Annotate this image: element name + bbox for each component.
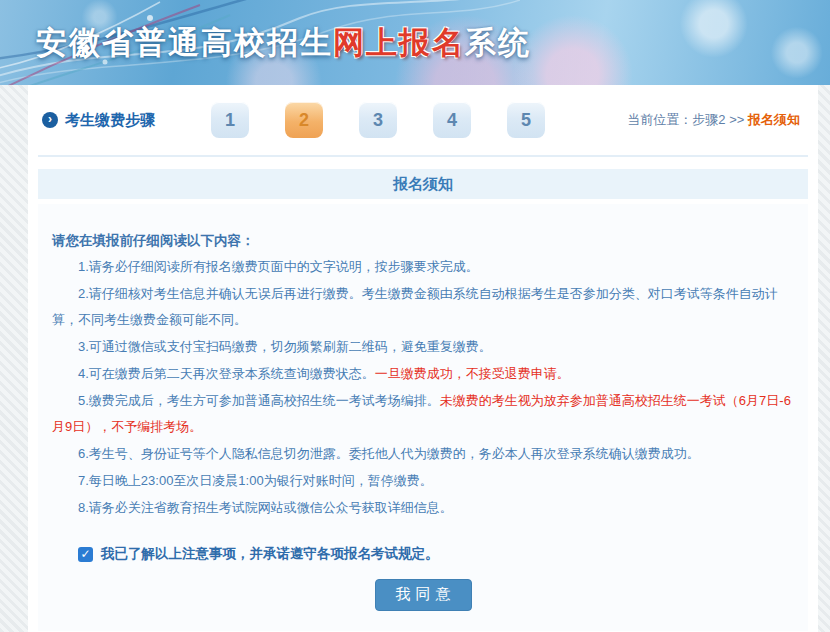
content-card: › 考生缴费步骤 12345 当前位置：步骤2 >> 报名须知 报名须知 请您在… — [28, 85, 818, 632]
notice-item: 2.请仔细核对考生信息并确认无误后再进行缴费。考生缴费金额由系统自动根据考生是否… — [52, 281, 794, 333]
steps-header: › 考生缴费步骤 — [42, 111, 155, 130]
app-title-highlight: 网上报名 — [333, 25, 465, 60]
notice-item-text: 3.可通过微信或支付宝扫码缴费，切勿频繁刷新二维码，避免重复缴费。 — [78, 339, 492, 354]
notice-item-text: 2.请仔细核对考生信息并确认无误后再进行缴费。考生缴费金额由系统自动根据考生是否… — [52, 286, 778, 327]
notice-panel: 请您在填报前仔细阅读以下内容： 1.请务必仔细阅读所有报名缴费页面中的文字说明，… — [38, 204, 808, 631]
notice-item: 4.可在缴费后第二天再次登录本系统查询缴费状态。一旦缴费成功，不接受退费申请。 — [52, 361, 794, 387]
notice-item: 7.每日晚上23:00至次日凌晨1:00为银行对账时间，暂停缴费。 — [52, 468, 794, 494]
notice-title-bar: 报名须知 — [38, 169, 808, 199]
agree-label: 我已了解以上注意事项，并承诺遵守各项报名考试规定。 — [101, 545, 439, 563]
agree-row: ✓ 我已了解以上注意事项，并承诺遵守各项报名考试规定。 — [78, 545, 794, 563]
notice-item-text: 8.请务必关注省教育招生考试院网站或微信公众号获取详细信息。 — [78, 500, 453, 515]
header-banner: 安徽省普通高校招生网上报名系统 — [0, 0, 830, 85]
notice-item: 6.考生号、身份证号等个人隐私信息切勿泄露。委托他人代为缴费的，务必本人再次登录… — [52, 441, 794, 467]
notice-item: 8.请务必关注省教育招生考试院网站或微信公众号获取详细信息。 — [52, 495, 794, 521]
step-badge: 5 — [507, 102, 545, 138]
breadcrumb-prefix: 当前位置：步骤2 >> — [627, 112, 744, 127]
breadcrumb: 当前位置：步骤2 >> 报名须知 — [627, 111, 800, 129]
steps-divider — [38, 155, 808, 157]
notice-title: 报名须知 — [393, 175, 453, 192]
notice-item-warning: 一旦缴费成功，不接受退费申请。 — [375, 366, 570, 381]
button-row: 我同意 — [52, 579, 794, 611]
step-indicator: 12345 — [211, 102, 545, 138]
chevron-bullet-icon: › — [42, 112, 58, 128]
notice-list: 1.请务必仔细阅读所有报名缴费页面中的文字说明，按步骤要求完成。2.请仔细核对考… — [52, 254, 794, 521]
app-title-part1: 安徽省普通高校招生 — [36, 25, 333, 60]
notice-item: 5.缴费完成后，考生方可参加普通高校招生统一考试考场编排。未缴费的考生视为放弃参… — [52, 388, 794, 440]
notice-item-text: 7.每日晚上23:00至次日凌晨1:00为银行对账时间，暂停缴费。 — [78, 473, 433, 488]
notice-item-text: 6.考生号、身份证号等个人隐私信息切勿泄露。委托他人代为缴费的，务必本人再次登录… — [78, 446, 700, 461]
app-title-part3: 系统 — [465, 25, 531, 60]
breadcrumb-current[interactable]: 报名须知 — [748, 112, 800, 127]
steps-header-label: 考生缴费步骤 — [65, 111, 155, 130]
step-badge: 3 — [359, 102, 397, 138]
app-title: 安徽省普通高校招生网上报名系统 — [36, 22, 531, 64]
steps-row: › 考生缴费步骤 12345 当前位置：步骤2 >> 报名须知 — [28, 85, 818, 155]
notice-item: 3.可通过微信或支付宝扫码缴费，切勿频繁刷新二维码，避免重复缴费。 — [52, 334, 794, 360]
step-badge: 4 — [433, 102, 471, 138]
notice-item-text: 5.缴费完成后，考生方可参加普通高校招生统一考试考场编排。 — [78, 393, 440, 408]
notice-item: 1.请务必仔细阅读所有报名缴费页面中的文字说明，按步骤要求完成。 — [52, 254, 794, 280]
agree-button[interactable]: 我同意 — [375, 579, 472, 611]
notice-intro: 请您在填报前仔细阅读以下内容： — [52, 228, 794, 254]
step-badge: 2 — [285, 102, 323, 138]
step-badge: 1 — [211, 102, 249, 138]
notice-item-text: 4.可在缴费后第二天再次登录本系统查询缴费状态。 — [78, 366, 375, 381]
notice-item-text: 1.请务必仔细阅读所有报名缴费页面中的文字说明，按步骤要求完成。 — [78, 259, 479, 274]
agree-checkbox[interactable]: ✓ — [78, 547, 93, 562]
